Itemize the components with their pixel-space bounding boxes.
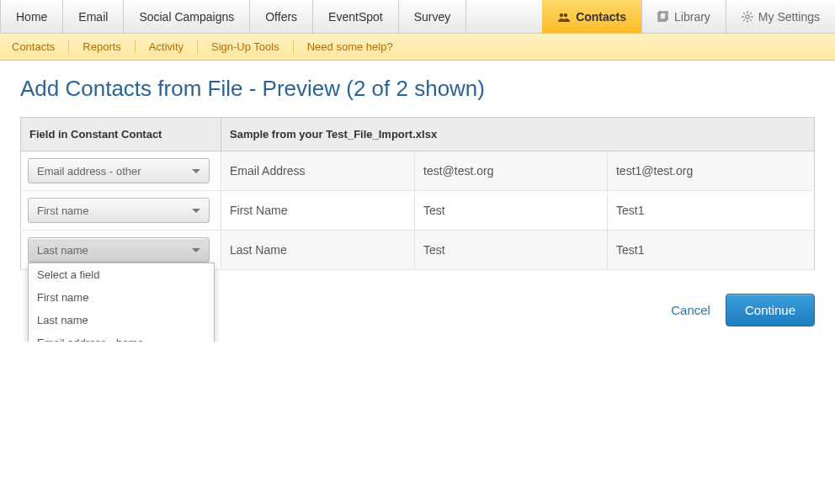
nav-contacts[interactable]: Contacts bbox=[542, 0, 642, 33]
nav-offers[interactable]: Offers bbox=[250, 0, 313, 33]
preview-table: Field in Constant Contact Sample from yo… bbox=[20, 117, 815, 270]
svg-point-0 bbox=[560, 13, 563, 16]
sample-label: First Name bbox=[221, 191, 415, 231]
nav-home[interactable]: Home bbox=[0, 0, 63, 33]
dropdown-label: Last name bbox=[37, 244, 88, 257]
svg-line-12 bbox=[750, 13, 752, 14]
people-icon bbox=[557, 12, 571, 22]
dropdown-option[interactable]: Email address - home bbox=[29, 332, 214, 342]
subnav-contacts[interactable]: Contacts bbox=[12, 40, 69, 53]
header-field: Field in Constant Contact bbox=[21, 118, 221, 151]
nav-settings-label: My Settings bbox=[758, 10, 820, 24]
dropdown-option[interactable]: First name bbox=[29, 286, 214, 309]
nav-email[interactable]: Email bbox=[63, 0, 124, 33]
dropdown-option[interactable]: Last name bbox=[29, 309, 214, 332]
dropdown-label: First name bbox=[37, 204, 88, 217]
svg-line-10 bbox=[750, 19, 752, 21]
subnav-signup-tools[interactable]: Sign-Up Tools bbox=[198, 40, 294, 53]
sample-1: Test bbox=[415, 191, 608, 231]
nav-settings[interactable]: My Settings bbox=[726, 0, 835, 33]
sample-1: Test bbox=[415, 231, 608, 270]
nav-contacts-label: Contacts bbox=[576, 10, 626, 24]
field-cell: Email address - other bbox=[21, 151, 221, 191]
sample-label: Last Name bbox=[221, 231, 415, 270]
dropdown-label: Email address - other bbox=[37, 165, 141, 178]
nav-library-label: Library bbox=[674, 10, 710, 24]
chevron-down-icon bbox=[192, 248, 200, 252]
nav-social-campaigns[interactable]: Social Campaigns bbox=[124, 0, 250, 33]
chevron-down-icon bbox=[192, 209, 200, 213]
library-icon bbox=[657, 11, 669, 23]
continue-button[interactable]: Continue bbox=[726, 294, 815, 326]
table-row: Email address - otherEmail Addresstest@t… bbox=[21, 151, 815, 191]
dropdown-menu[interactable]: Select a fieldFirst nameLast nameEmail a… bbox=[28, 263, 215, 342]
subnav-activity[interactable]: Activity bbox=[136, 40, 198, 53]
sub-nav: Contacts Reports Activity Sign-Up Tools … bbox=[0, 34, 835, 61]
nav-eventspot[interactable]: EventSpot bbox=[313, 0, 399, 33]
sample-2: Test1 bbox=[607, 231, 814, 270]
nav-library[interactable]: Library bbox=[642, 0, 726, 33]
field-dropdown[interactable]: Last name bbox=[28, 237, 210, 263]
cancel-button[interactable]: Cancel bbox=[671, 303, 710, 317]
sample-1: test@test.org bbox=[415, 151, 608, 191]
sample-label: Email Address bbox=[221, 151, 415, 191]
top-nav: Home Email Social Campaigns Offers Event… bbox=[0, 0, 835, 34]
table-row: First nameFirst NameTestTest1 bbox=[21, 191, 815, 231]
sample-2: Test1 bbox=[607, 191, 814, 231]
svg-point-1 bbox=[564, 13, 567, 16]
field-cell: Last nameSelect a fieldFirst nameLast na… bbox=[21, 231, 221, 270]
chevron-down-icon bbox=[192, 169, 200, 173]
page-title: Add Contacts from File - Preview (2 of 2… bbox=[20, 76, 815, 102]
sample-2: test1@test.org bbox=[607, 151, 814, 191]
svg-point-4 bbox=[746, 15, 749, 19]
svg-line-9 bbox=[743, 13, 745, 14]
field-dropdown[interactable]: Email address - other bbox=[28, 158, 210, 183]
subnav-reports[interactable]: Reports bbox=[69, 40, 136, 53]
svg-line-11 bbox=[743, 19, 745, 21]
dropdown-option[interactable]: Select a field bbox=[29, 263, 214, 286]
gear-icon bbox=[742, 11, 753, 23]
field-cell: First name bbox=[21, 191, 221, 231]
subnav-help[interactable]: Need some help? bbox=[294, 40, 407, 53]
table-row: Last nameSelect a fieldFirst nameLast na… bbox=[21, 231, 815, 270]
nav-survey[interactable]: Survey bbox=[399, 0, 467, 33]
header-sample: Sample from your Test_File_Import.xlsx bbox=[221, 118, 815, 151]
field-dropdown[interactable]: First name bbox=[28, 198, 210, 223]
